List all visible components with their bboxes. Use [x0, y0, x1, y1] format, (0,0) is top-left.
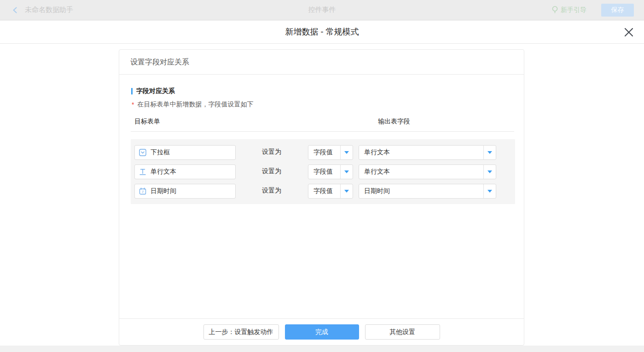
modal-title: 新增数据 - 常规模式: [0, 21, 644, 43]
output-field-selected: 日期时间: [359, 187, 483, 195]
output-field-selected: 单行文本: [359, 168, 483, 176]
chevron-down-icon: [487, 151, 492, 154]
output-field-select[interactable]: 单行文本: [359, 145, 496, 160]
close-icon: [623, 26, 635, 38]
calendar-icon: 7: [139, 188, 146, 195]
column-header-target-form: 目标表单: [134, 117, 160, 126]
back-group[interactable]: 未命名数据助手: [12, 6, 73, 14]
chevron-down-icon: [487, 170, 492, 173]
caret-cell[interactable]: [340, 184, 353, 198]
svg-text:7: 7: [142, 190, 144, 194]
value-mode-selected: 字段值: [308, 168, 340, 176]
target-field-datetime: 7 日期时间: [134, 184, 236, 199]
field-mapping-card: 设置字段对应关系 字段对应关系 * 在目标表单中新增数据，字段值设置如下 目标表…: [119, 49, 524, 346]
back-chevron-icon[interactable]: [12, 7, 18, 13]
dropdown-icon: [139, 149, 146, 156]
column-header-divider: [131, 131, 514, 132]
top-navbar: 未命名数据助手 控件事件 新手引导 保存: [0, 0, 644, 20]
field-label: 单行文本: [151, 168, 176, 176]
chevron-down-icon: [344, 151, 349, 154]
output-field-selected: 单行文本: [359, 148, 483, 157]
beginner-guide-link[interactable]: 新手引导: [552, 6, 586, 14]
caret-cell[interactable]: [340, 165, 353, 179]
other-settings-button[interactable]: 其他设置: [365, 324, 440, 340]
section-accent-bar: [131, 88, 133, 94]
previous-step-button[interactable]: 上一步：设置触发动作: [203, 324, 279, 340]
required-asterisk: *: [132, 101, 134, 108]
mapping-row: 7 日期时间 设置为 字段值 日期时间: [134, 184, 511, 199]
add-data-modal: 新增数据 - 常规模式 设置字段对应关系 字段对应关系 * 在目标表单中新增数据…: [0, 21, 644, 346]
output-field-select[interactable]: 日期时间: [359, 184, 496, 199]
chevron-down-icon: [344, 170, 349, 173]
value-mode-select[interactable]: 字段值: [308, 184, 353, 199]
value-mode-select[interactable]: 字段值: [308, 145, 353, 160]
set-as-label: 设置为: [262, 167, 281, 176]
section-label: 字段对应关系: [136, 87, 175, 95]
save-button[interactable]: 保存: [601, 4, 634, 17]
section-title: 字段对应关系: [131, 87, 514, 95]
value-mode-selected: 字段值: [308, 187, 340, 195]
chevron-down-icon: [487, 190, 492, 193]
modal-header: 新增数据 - 常规模式: [0, 21, 644, 44]
bulb-icon: [552, 6, 558, 14]
topbar-center-title: 控件事件: [0, 6, 644, 14]
value-mode-select[interactable]: 字段值: [308, 164, 353, 179]
chevron-down-icon: [344, 190, 349, 193]
required-note-text: 在目标表单中新增数据，字段值设置如下: [137, 100, 253, 109]
assistant-title: 未命名数据助手: [25, 6, 73, 14]
caret-cell[interactable]: [483, 146, 496, 159]
target-field-dropdown: 下拉框: [134, 145, 236, 160]
close-button[interactable]: [623, 26, 635, 38]
done-button[interactable]: 完成: [285, 324, 359, 340]
guide-label: 新手引导: [561, 6, 586, 14]
required-note: * 在目标表单中新增数据，字段值设置如下: [132, 100, 514, 109]
output-field-select[interactable]: 单行文本: [359, 164, 496, 179]
card-header-title: 设置字段对应关系: [119, 50, 524, 75]
caret-cell[interactable]: [483, 184, 496, 198]
mapping-rows-panel: 下拉框 设置为 字段值 单行文本: [131, 139, 515, 204]
field-label: 下拉框: [151, 148, 170, 157]
text-icon: [139, 168, 146, 176]
modal-footer: 上一步：设置触发动作 完成 其他设置: [119, 318, 524, 345]
field-label: 日期时间: [151, 187, 176, 195]
value-mode-selected: 字段值: [308, 148, 340, 157]
caret-cell[interactable]: [340, 146, 353, 159]
column-header-output-fields: 输出表字段: [378, 117, 410, 126]
set-as-label: 设置为: [262, 187, 281, 195]
mapping-row: 单行文本 设置为 字段值 单行文本: [134, 164, 511, 179]
set-as-label: 设置为: [262, 148, 281, 156]
column-headers: 目标表单 输出表字段: [131, 117, 514, 127]
target-field-text: 单行文本: [134, 164, 236, 179]
mapping-row: 下拉框 设置为 字段值 单行文本: [134, 145, 511, 160]
caret-cell[interactable]: [483, 165, 496, 179]
